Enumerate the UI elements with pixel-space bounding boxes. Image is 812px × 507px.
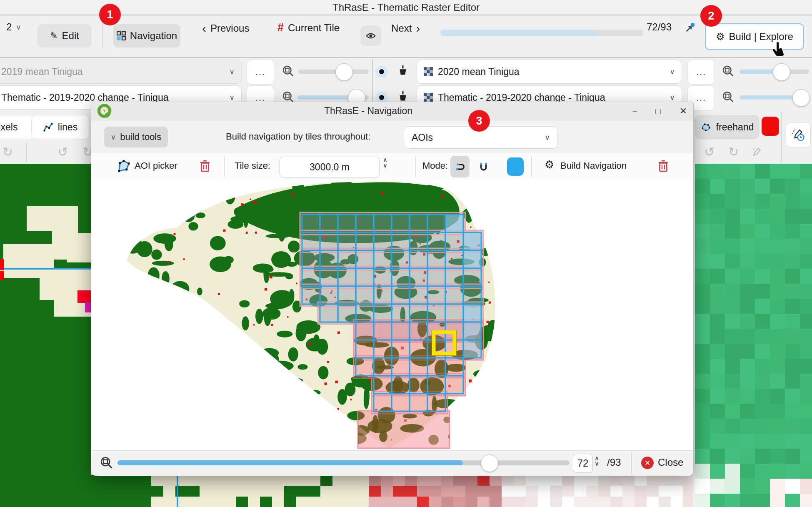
aoi-picker-icon	[116, 159, 131, 173]
magnifier-icon	[282, 65, 295, 78]
old-layer-value: 2019 mean Tinigua	[1, 66, 225, 77]
magnifier-icon	[722, 65, 735, 78]
tile-progress-bar[interactable]	[440, 30, 644, 36]
callout-badge-3: 3	[468, 110, 490, 132]
close-dialog-button[interactable]: Close	[658, 457, 683, 468]
app-title: ThRasE - Thematic Raster Editor	[0, 2, 812, 13]
gear-icon: ⚙	[716, 31, 725, 42]
current-tile-stepper[interactable]: ∧ ∨	[595, 456, 599, 466]
gear-icon: ⚙	[545, 158, 554, 171]
trash-icon[interactable]	[657, 159, 670, 172]
dialog-titlebar[interactable]: ThRasE - Navigation − □ ✕	[91, 102, 693, 121]
total-tiles-label: /93	[607, 457, 621, 468]
clear-edits-icon[interactable]	[751, 146, 763, 158]
bottom-divider	[631, 453, 632, 474]
dialog-build-row: ∨ build tools Build navigation by tiles …	[91, 121, 693, 154]
qgis-canvas-bottom[interactable]	[91, 475, 693, 507]
edit-history-button[interactable]	[786, 122, 811, 147]
current-tile-input[interactable]: 72	[573, 454, 593, 473]
main-toolbar: 2 ∨ ✎ Edit Navigation ‹ Previous # Curre…	[0, 15, 812, 57]
trash-icon[interactable]	[199, 159, 211, 172]
active-layer-radio[interactable]	[375, 65, 388, 78]
minimize-button[interactable]: −	[629, 105, 641, 118]
brush-icon[interactable]	[396, 64, 410, 78]
magnifier-icon	[100, 456, 114, 470]
layer-more-button[interactable]: ...	[687, 60, 715, 85]
active-class-color-swatch[interactable]	[762, 117, 779, 136]
tools-divider	[26, 143, 27, 162]
raster-layer-icon	[424, 67, 433, 76]
grid-icon	[117, 31, 126, 40]
snake-horizontal-icon	[454, 161, 466, 172]
mode-vertical-button[interactable]	[474, 156, 493, 177]
close-window-button[interactable]: ✕	[677, 105, 690, 118]
tile-size-input[interactable]: 3000.0 m	[280, 157, 380, 177]
undo-button[interactable]: ↺	[704, 145, 715, 159]
chevron-down-icon: ∨	[16, 23, 21, 32]
chevron-down-icon: ∨	[230, 67, 235, 76]
freehand-icon	[700, 122, 712, 132]
mode-label: Mode:	[422, 160, 448, 171]
opacity-slider[interactable]	[740, 63, 809, 80]
maximize-button[interactable]: □	[652, 105, 665, 118]
new-layer-value: 2020 mean Tinigua	[438, 66, 665, 77]
band-selector[interactable]: 2 ∨	[6, 21, 21, 33]
dialog-title: ThRasE - Navigation	[91, 105, 645, 117]
stepper-down-icon[interactable]: ∨	[383, 163, 387, 167]
freehand-tool-button[interactable]: freehand	[695, 115, 759, 139]
redo-button[interactable]: ↻	[728, 145, 739, 159]
tile-progress-fill	[440, 30, 598, 36]
pencil-icon: ✎	[50, 30, 57, 41]
current-tile-button[interactable]: # Current Tile	[277, 21, 340, 34]
toolbar-divider	[102, 23, 103, 49]
navigation-map[interactable]	[91, 180, 693, 450]
chevron-down-icon: ∨	[545, 133, 550, 142]
new-layer-select-right[interactable]: 2020 mean Tinigua ∨	[417, 60, 682, 84]
app-titlebar: ThRasE - Thematic Raster Editor	[0, 0, 812, 15]
lines-tool-button[interactable]: lines	[31, 115, 89, 139]
navigation-button[interactable]: Navigation	[113, 24, 180, 47]
tile-size-stepper[interactable]: ∧ ∨	[383, 157, 387, 167]
undo-button[interactable]: ↺	[57, 145, 68, 159]
tile-color-swatch[interactable]	[507, 157, 524, 176]
close-icon[interactable]: ✕	[641, 457, 654, 469]
chevron-right-icon: ›	[416, 21, 420, 35]
raster-layer-icon	[424, 93, 433, 102]
build-tools-toggle[interactable]: ∨ build tools	[104, 127, 168, 147]
qgis-canvas-left[interactable]	[0, 164, 91, 507]
opacity-slider[interactable]	[740, 89, 809, 106]
next-tile-button[interactable]: Next ›	[391, 21, 420, 35]
redo-button[interactable]: ↻	[2, 145, 13, 159]
tile-grid-icon: #	[277, 21, 284, 34]
dialog-tile-toolbar: AOI picker Tile size: 3000.0 m ∧ ∨ Mode:	[91, 153, 693, 180]
tile-navigation-slider[interactable]	[117, 454, 570, 472]
opacity-slider[interactable]	[298, 63, 369, 80]
nav-by-value: AOIs	[412, 132, 545, 143]
view-current-tile-button[interactable]	[360, 26, 381, 46]
build-navigation-button[interactable]: Build Navigation	[560, 160, 627, 171]
chevron-down-icon: ∨	[670, 67, 675, 76]
tools-divider	[781, 112, 782, 162]
layer-more-button[interactable]: ...	[247, 60, 274, 85]
mode-horizontal-button[interactable]	[450, 156, 470, 177]
chevron-left-icon: ‹	[202, 21, 206, 35]
zoom-to-tile-icon[interactable]	[683, 22, 696, 35]
brush-clock-icon	[791, 128, 805, 142]
toolbar-divider	[224, 157, 225, 177]
eye-icon	[366, 32, 376, 40]
dialog-bottom-bar: 72 ∧ ∨ /93 ✕ Close	[91, 450, 693, 476]
chevron-down-icon: ∨	[230, 93, 235, 102]
navigation-map-graphic	[91, 180, 693, 450]
qgis-canvas-right[interactable]	[695, 164, 812, 507]
build-explore-button[interactable]: ⚙ Build | Explore	[705, 23, 804, 50]
magnifier-icon	[722, 90, 735, 104]
toolbar-divider	[531, 157, 532, 177]
toolbar-divider	[415, 157, 416, 177]
build-nav-label: Build navigation by tiles throughout:	[226, 131, 370, 142]
aoi-picker-button[interactable]: AOI picker	[135, 160, 177, 171]
edit-button[interactable]: ✎ Edit	[37, 24, 92, 47]
old-layer-select-left[interactable]: 2019 mean Tinigua ∨	[0, 60, 242, 84]
stepper-down-icon[interactable]: ∨	[595, 461, 599, 466]
previous-tile-button[interactable]: ‹ Previous	[202, 21, 249, 35]
chevron-down-icon: ∨	[111, 133, 116, 142]
